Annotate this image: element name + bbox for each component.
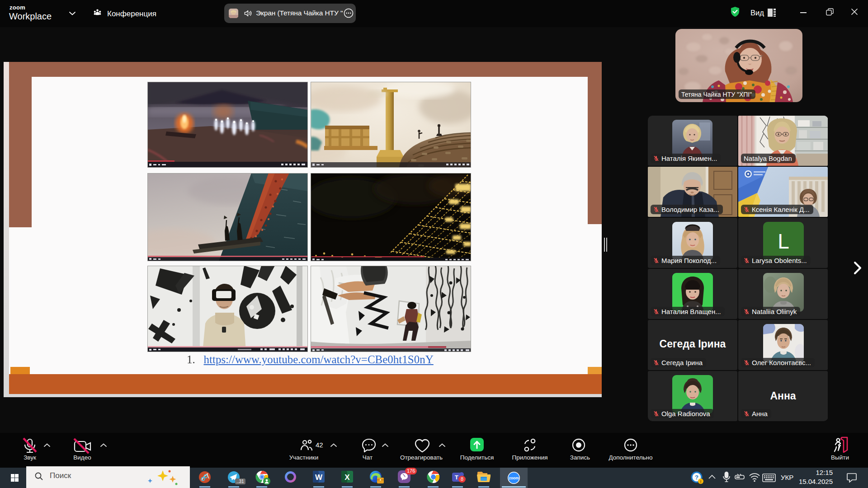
svg-text:!: ! (700, 479, 702, 484)
svg-text:W: W (315, 473, 323, 482)
svg-text:?: ? (695, 474, 698, 481)
svg-text:T: T (455, 474, 458, 481)
svg-text:zoom: zoom (509, 476, 519, 480)
svg-text:X: X (344, 473, 350, 482)
